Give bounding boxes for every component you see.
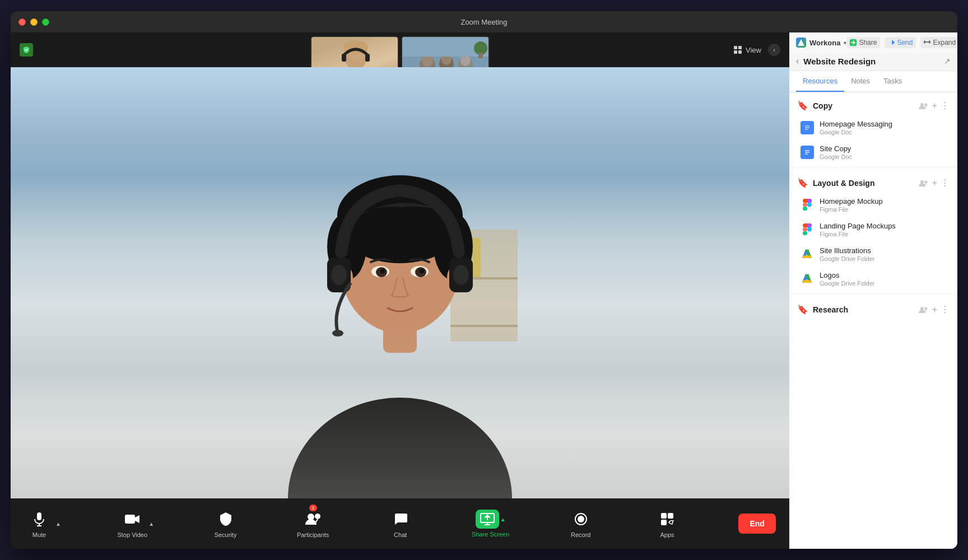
stop-video-button[interactable]: Stop Video (117, 509, 147, 538)
resource-site-illustrations[interactable]: Site Illustrations Google Drive Folder (789, 242, 957, 267)
svg-rect-81 (803, 203, 807, 207)
mute-label: Mute (32, 531, 46, 538)
resource-info-sitecopy: Site Copy Google Doc (820, 144, 950, 160)
section-copy-title: Copy (813, 101, 914, 110)
svg-rect-21 (738, 46, 742, 49)
resource-logos[interactable]: Logos Google Drive Folder (789, 267, 957, 291)
workona-send-button[interactable]: Send (885, 37, 916, 48)
section-layout: 🔖 Layout & Design + ⋮ (789, 170, 957, 291)
tab-tasks[interactable]: Tasks (877, 71, 909, 92)
record-button[interactable]: Record (566, 509, 596, 538)
section-copy-more-icon[interactable]: ⋮ (941, 100, 950, 111)
stop-video-control[interactable]: Stop Video ▲ (117, 509, 154, 538)
bookmark-icon: 🔖 (797, 100, 808, 111)
resource-name-homemockup: Homepage Mockup (820, 197, 950, 206)
video-top-bar: Victoria Reyes (11, 32, 789, 67)
resource-landing-mockups[interactable]: Landing Page Mockups Figma File (789, 217, 957, 242)
figma-icon-2 (801, 223, 814, 236)
section-research-header: 🔖 Research + ⋮ (789, 296, 957, 319)
resource-name-illustrations: Site Illustrations (820, 246, 950, 255)
security-label: Security (215, 531, 237, 538)
svg-rect-63 (661, 520, 667, 525)
resource-name-sitecopy: Site Copy (820, 144, 950, 153)
share-screen-icon (476, 510, 499, 529)
view-label: View (746, 46, 761, 54)
title-bar: Zoom Meeting (11, 11, 957, 32)
figma-icon-1 (801, 198, 814, 212)
traffic-lights (18, 18, 49, 26)
participants-icon: 3 (303, 509, 323, 529)
main-video-feed (11, 67, 789, 498)
section-research-more-icon[interactable]: ⋮ (941, 304, 950, 315)
workspace-title: Website Redesign (803, 57, 939, 66)
resource-info-homemockup: Homepage Mockup Figma File (820, 197, 950, 213)
mute-control[interactable]: Mute ▲ (24, 509, 61, 538)
people-icon-2 (919, 180, 929, 186)
share-label: Share (859, 39, 877, 46)
resource-site-copy[interactable]: Site Copy Google Doc (789, 140, 957, 165)
close-button[interactable] (18, 18, 26, 26)
view-button[interactable]: View (733, 45, 761, 54)
section-copy-add-icon[interactable]: + (932, 101, 937, 111)
section-research-add-icon[interactable]: + (932, 305, 937, 315)
section-layout-title: Layout & Design (813, 179, 914, 188)
apps-button[interactable]: Apps (652, 509, 682, 538)
people-icon-3 (919, 306, 929, 313)
share-screen-arrow[interactable]: ▲ (500, 516, 506, 522)
security-button[interactable]: Security (211, 509, 241, 538)
resource-info-homepage: Homepage Messaging Google Doc (820, 120, 950, 136)
resource-type-logos: Google Drive Folder (820, 280, 950, 287)
share-screen-icon-wrapper: ▲ (476, 510, 506, 529)
workspace-title-row: ‹ Website Redesign ↗ (789, 53, 957, 71)
tab-resources[interactable]: Resources (796, 71, 844, 92)
video-arrow[interactable]: ▲ (148, 521, 154, 527)
mac-window: Zoom Meeting (11, 11, 957, 549)
participants-count-badge: 3 (309, 505, 317, 511)
section-copy-header: 🔖 Copy + ⋮ (789, 92, 957, 115)
section-research-title: Research (813, 305, 914, 314)
resource-info-landingmockup: Landing Page Mockups Figma File (820, 222, 950, 237)
gdrive-icon-2 (801, 272, 814, 286)
section-copy-actions: + ⋮ (919, 100, 950, 111)
mute-button[interactable]: Mute (24, 509, 54, 538)
gdrive-icon-1 (801, 248, 814, 261)
back-arrow-icon[interactable]: ‹ (796, 56, 799, 66)
section-layout-add-icon[interactable]: + (932, 178, 937, 188)
section-copy: 🔖 Copy + ⋮ (789, 92, 957, 165)
resource-name-logos: Logos (820, 271, 950, 279)
svg-rect-5 (365, 54, 370, 62)
external-link-icon[interactable]: ↗ (944, 57, 951, 66)
mute-arrow[interactable]: ▲ (55, 521, 61, 527)
svg-rect-27 (472, 238, 481, 277)
share-screen-button[interactable]: ▲ Share Screen (472, 510, 509, 538)
svg-point-48 (453, 265, 469, 285)
workona-share-button[interactable]: Share (846, 37, 880, 48)
section-research: 🔖 Research + ⋮ (789, 296, 957, 319)
svg-rect-83 (803, 207, 807, 211)
participants-button[interactable]: 3 Participants (297, 509, 329, 538)
resource-type-homepage: Google Doc (820, 129, 950, 136)
nav-prev-arrow[interactable]: ‹ (768, 44, 780, 56)
section-layout-more-icon[interactable]: ⋮ (941, 178, 950, 188)
people-icon (919, 102, 929, 109)
tab-notes[interactable]: Notes (844, 71, 877, 92)
svg-rect-50 (37, 512, 41, 520)
workona-expand-button[interactable]: Expand (920, 37, 957, 48)
svg-point-82 (807, 203, 812, 207)
maximize-button[interactable] (42, 18, 49, 26)
workona-logo-area[interactable]: Workona ▾ (796, 38, 846, 48)
bottom-toolbar: Mute ▲ Stop Video (11, 498, 789, 549)
participants-label: Participants (297, 531, 329, 538)
record-label: Record (571, 531, 590, 538)
resource-homepage-messaging[interactable]: Homepage Messaging Google Doc (789, 115, 957, 140)
end-meeting-button[interactable]: End (738, 514, 775, 534)
apps-icon (657, 509, 677, 529)
resources-content: 🔖 Copy + ⋮ (789, 92, 957, 549)
workona-top-bar: Workona ▾ Share Se (789, 32, 957, 53)
chat-button[interactable]: Chat (385, 509, 416, 538)
workona-name: Workona (809, 39, 840, 47)
minimize-button[interactable] (30, 18, 38, 26)
section-divider-1 (789, 167, 957, 167)
resource-homepage-mockup[interactable]: Homepage Mockup Figma File (789, 193, 957, 217)
svg-rect-62 (668, 513, 673, 519)
